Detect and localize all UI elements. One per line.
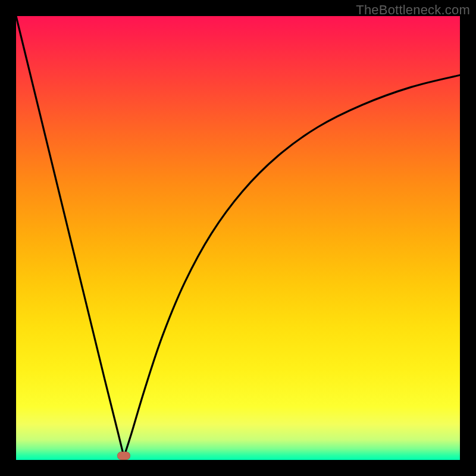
- plot-frame: [16, 16, 460, 460]
- minimum-marker: [117, 452, 130, 460]
- plot-gradient-background: [16, 16, 460, 460]
